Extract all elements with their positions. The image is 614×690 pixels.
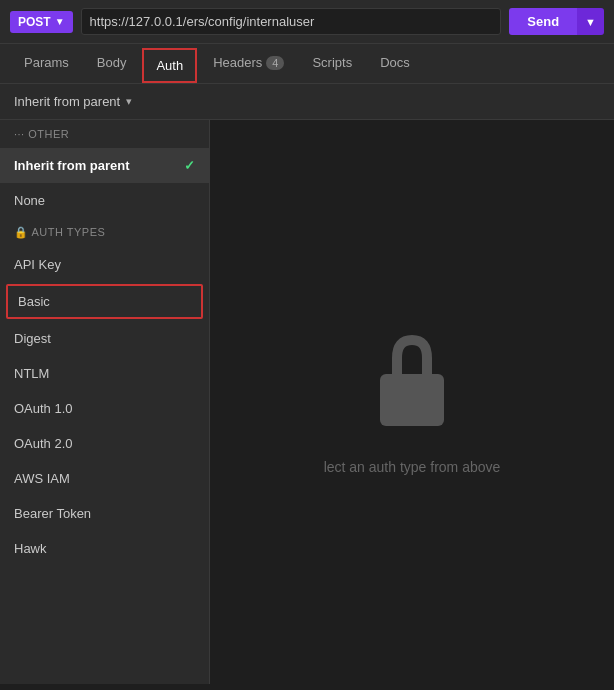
tab-bar: Params Body Auth Headers4 Scripts Docs xyxy=(0,44,614,84)
sidebar-item-none[interactable]: None xyxy=(0,183,209,218)
svg-rect-0 xyxy=(380,374,444,426)
send-button[interactable]: Send xyxy=(509,8,577,35)
auth-type-row[interactable]: Inherit from parent ▾ xyxy=(0,84,614,120)
sidebar-section-auth-types: 🔒 AUTH TYPES xyxy=(0,218,209,247)
auth-type-label: Inherit from parent xyxy=(14,94,120,109)
sidebar-item-basic[interactable]: Basic xyxy=(6,284,203,319)
tab-scripts[interactable]: Scripts xyxy=(298,45,366,82)
method-selector[interactable]: POST ▼ xyxy=(10,11,73,33)
sidebar-section-other: ··· OTHER xyxy=(0,120,209,148)
send-dropdown-button[interactable]: ▼ xyxy=(577,8,604,35)
auth-dropdown-caret: ▾ xyxy=(126,95,132,108)
check-icon: ✓ xyxy=(184,158,195,173)
sidebar-item-api-key[interactable]: API Key xyxy=(0,247,209,282)
lock-icon-container xyxy=(362,330,462,443)
sidebar-item-oauth1[interactable]: OAuth 1.0 xyxy=(0,391,209,426)
auth-hint-text: lect an auth type from above xyxy=(324,459,501,475)
tab-params[interactable]: Params xyxy=(10,45,83,82)
auth-sidebar: ··· OTHER Inherit from parent ✓ None 🔒 A… xyxy=(0,120,210,684)
url-input[interactable] xyxy=(81,8,502,35)
sidebar-item-hawk[interactable]: Hawk xyxy=(0,531,209,566)
sidebar-item-aws-iam[interactable]: AWS IAM xyxy=(0,461,209,496)
sidebar-item-bearer[interactable]: Bearer Token xyxy=(0,496,209,531)
unlocked-lock-icon xyxy=(362,330,462,440)
method-caret: ▼ xyxy=(55,16,65,27)
tab-docs[interactable]: Docs xyxy=(366,45,424,82)
top-bar: POST ▼ Send ▼ xyxy=(0,0,614,44)
send-button-group: Send ▼ xyxy=(509,8,604,35)
sidebar-item-digest[interactable]: Digest xyxy=(0,321,209,356)
main-content: ··· OTHER Inherit from parent ✓ None 🔒 A… xyxy=(0,120,614,684)
method-label: POST xyxy=(18,15,51,29)
headers-badge: 4 xyxy=(266,56,284,70)
sidebar-item-ntlm[interactable]: NTLM xyxy=(0,356,209,391)
tab-body[interactable]: Body xyxy=(83,45,141,82)
sidebar-item-oauth2[interactable]: OAuth 2.0 xyxy=(0,426,209,461)
tab-headers[interactable]: Headers4 xyxy=(199,45,298,82)
tab-auth[interactable]: Auth xyxy=(142,48,197,83)
sidebar-item-inherit[interactable]: Inherit from parent ✓ xyxy=(0,148,209,183)
right-panel: lect an auth type from above xyxy=(210,120,614,684)
